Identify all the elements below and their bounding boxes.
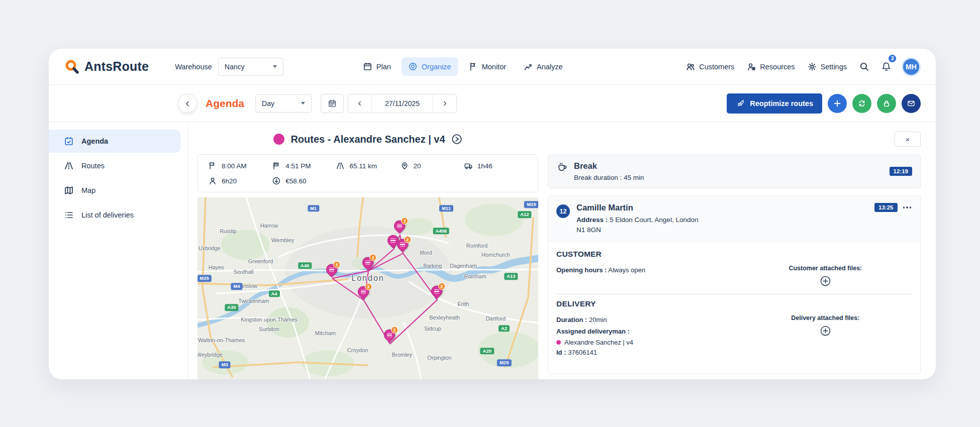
delivery-id-value: 37606141 bbox=[568, 349, 597, 356]
more-options-icon[interactable] bbox=[902, 204, 913, 210]
road-shield-label: A40 bbox=[298, 262, 312, 269]
road-shield-label: A13 bbox=[504, 273, 518, 280]
user-avatar[interactable]: MH bbox=[902, 57, 921, 76]
date-stepper: 27/11/2025 bbox=[348, 94, 457, 113]
stat-stop-count: 20 bbox=[400, 161, 464, 170]
collapse-sidebar-button[interactable] bbox=[178, 94, 197, 113]
map-stop-marker[interactable]: 2 bbox=[397, 239, 409, 254]
close-panel-button[interactable]: × bbox=[895, 132, 921, 147]
break-title: Break bbox=[574, 161, 644, 171]
lock-icon bbox=[882, 99, 891, 108]
map-town-label: Dagenham bbox=[450, 263, 477, 269]
map-canvas[interactable]: RuislipHarrowWembleyUxbridgeGreenfordHay… bbox=[198, 197, 538, 379]
sync-button[interactable] bbox=[852, 94, 871, 113]
nav-item-customers[interactable]: Customers bbox=[680, 57, 740, 76]
next-day-button[interactable] bbox=[433, 94, 456, 113]
sidebar-item-routes[interactable]: Routes bbox=[49, 154, 180, 177]
deliveryman-label: Assigned deliveryman : bbox=[556, 328, 630, 335]
stat-value: 4:51 PM bbox=[285, 162, 311, 170]
finish-flag-icon bbox=[272, 161, 281, 170]
nav-item-plan[interactable]: Plan bbox=[356, 57, 398, 76]
nav-item-label: Plan bbox=[376, 63, 391, 71]
map-town-label: Weybridge bbox=[198, 352, 223, 358]
road-shield-label: M25 bbox=[524, 201, 538, 208]
bell-icon bbox=[881, 61, 892, 72]
sidebar-item-agenda[interactable]: Agenda bbox=[49, 130, 180, 153]
address-label: Address : bbox=[576, 216, 608, 224]
nav-item-organize[interactable]: Organize bbox=[402, 57, 458, 76]
road-shield-label: A30 bbox=[225, 304, 238, 311]
stop-count-badge: 2 bbox=[404, 236, 411, 243]
sidebar-item-list-of-deliveries[interactable]: List of deliveries bbox=[49, 203, 180, 227]
stop-header-right: 13:25 bbox=[874, 203, 912, 212]
stop-identity: Camille Martin Address : 5 Eldon Court, … bbox=[576, 203, 705, 235]
brand-name: AntsRoute bbox=[84, 59, 149, 74]
add-customer-file-button[interactable] bbox=[820, 275, 831, 287]
view-mode-value: Day bbox=[262, 99, 274, 108]
envelope-icon bbox=[907, 99, 916, 108]
chart-icon bbox=[523, 62, 533, 71]
delivery-files: Delivery attached files: bbox=[739, 314, 912, 337]
map-stop-marker[interactable]: 2 bbox=[394, 221, 406, 236]
view-mode-select[interactable]: Day bbox=[255, 94, 312, 113]
road-shield-label: M25 bbox=[497, 360, 511, 367]
route-title: Routes - Alexandre Sanchez | v4 bbox=[290, 134, 445, 145]
map-town-label: Sidcup bbox=[424, 326, 441, 332]
reoptimize-routes-button[interactable]: Reoptimize routes bbox=[727, 93, 822, 114]
lock-button[interactable] bbox=[877, 94, 896, 113]
page-title: Agenda bbox=[206, 97, 244, 110]
email-button[interactable] bbox=[902, 94, 921, 113]
calendar-picker-button[interactable] bbox=[321, 94, 344, 113]
reoptimize-label: Reoptimize routes bbox=[750, 99, 813, 108]
road-icon bbox=[64, 161, 74, 171]
body-row: Agenda Routes Map bbox=[49, 122, 936, 379]
add-button[interactable] bbox=[828, 94, 847, 113]
map-town-label: Bromley bbox=[392, 352, 412, 358]
map-stop-marker[interactable]: 3 bbox=[431, 286, 443, 301]
notifications-button[interactable]: 3 bbox=[875, 56, 897, 77]
break-card[interactable]: Break Break duration : 45 min 12:19 bbox=[548, 154, 921, 188]
calendar-icon bbox=[363, 62, 372, 71]
list-icon bbox=[64, 210, 74, 220]
map-town-label: Erith bbox=[458, 301, 469, 307]
road-shield-label: A20 bbox=[480, 348, 494, 355]
stop-count-badge: 3 bbox=[438, 283, 445, 290]
nav-item-label: Monitor bbox=[482, 63, 506, 71]
nav-item-settings[interactable]: Settings bbox=[802, 57, 852, 76]
stop-card-header[interactable]: 12 Camille Martin Address : 5 Eldon Cour… bbox=[548, 196, 920, 242]
road-shield-label: M11 bbox=[439, 205, 453, 212]
map-town-label: Ruislip bbox=[220, 228, 237, 234]
previous-day-button[interactable] bbox=[348, 94, 371, 113]
route-header-right: × bbox=[538, 132, 921, 147]
top-navbar: AntsRoute Warehouse Nancy Plan bbox=[49, 49, 936, 85]
road-shield-label: M25 bbox=[198, 275, 212, 282]
route-stats-card: 8:00 AM bbox=[198, 154, 538, 192]
nav-item-monitor[interactable]: Monitor bbox=[462, 57, 513, 76]
sidebar-item-map[interactable]: Map bbox=[49, 179, 180, 202]
content-columns: 8:00 AM bbox=[198, 154, 921, 379]
warehouse-select-value: Nancy bbox=[225, 63, 245, 71]
brand-logo[interactable]: AntsRoute bbox=[64, 59, 149, 75]
map-town-label: Twickenham bbox=[238, 298, 269, 304]
map-stop-marker[interactable]: 3 bbox=[358, 286, 370, 301]
add-delivery-file-button[interactable] bbox=[820, 325, 831, 337]
expand-route-icon[interactable] bbox=[451, 134, 462, 145]
map-icon bbox=[64, 185, 74, 195]
nav-item-resources[interactable]: Resources bbox=[741, 57, 800, 76]
stat-value: 6h20 bbox=[222, 177, 237, 185]
current-date[interactable]: 27/11/2025 bbox=[371, 94, 433, 113]
search-button[interactable] bbox=[853, 56, 874, 77]
customer-files: Customer attached files: bbox=[739, 265, 912, 287]
nav-item-analyze[interactable]: Analyze bbox=[517, 57, 569, 76]
road-shield-label: A406 bbox=[433, 228, 449, 235]
warehouse-select[interactable]: Nancy bbox=[218, 58, 283, 76]
map-town-label: Harrow bbox=[260, 223, 278, 229]
stop-card: 12 Camille Martin Address : 5 Eldon Cour… bbox=[548, 195, 921, 374]
map-stop-marker[interactable]: 3 bbox=[326, 264, 338, 279]
map-town-label: London bbox=[351, 274, 384, 283]
opening-hours-row: Opening hours : Always open bbox=[556, 265, 739, 276]
warehouse-label: Warehouse bbox=[175, 63, 212, 71]
nav-item-label: Resources bbox=[760, 63, 795, 71]
map-stop-marker[interactable]: 2 bbox=[362, 257, 374, 272]
map-stop-marker[interactable]: 2 bbox=[384, 330, 396, 345]
